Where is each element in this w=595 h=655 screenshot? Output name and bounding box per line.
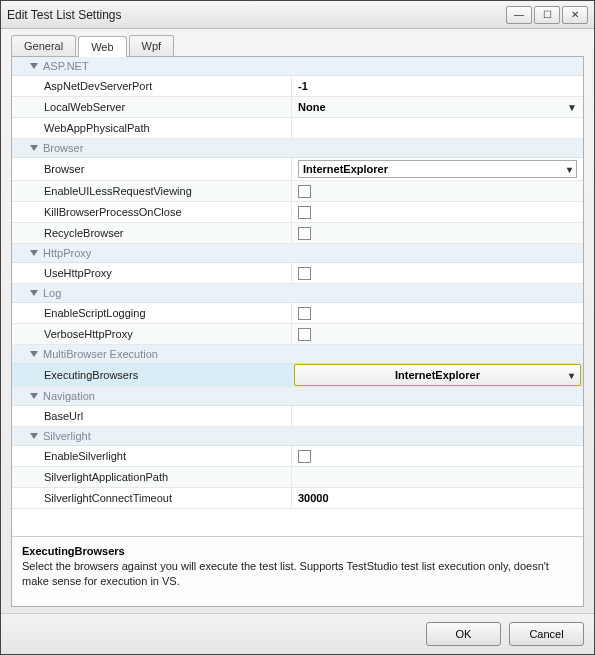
prop-silverlightapplicationpath[interactable]: SilverlightApplicationPath xyxy=(12,467,583,488)
expander-icon xyxy=(30,250,38,256)
chevron-down-icon: ▾ xyxy=(567,164,572,175)
dropdown-text: InternetExplorer xyxy=(395,369,480,381)
prop-webappphysicalpath[interactable]: WebAppPhysicalPath xyxy=(12,118,583,139)
group-label: MultiBrowser Execution xyxy=(43,348,158,360)
expander-icon xyxy=(30,63,38,69)
prop-label: EnableScriptLogging xyxy=(12,303,292,323)
prop-label: SilverlightApplicationPath xyxy=(12,467,292,487)
cancel-button[interactable]: Cancel xyxy=(509,622,584,646)
group-label: ASP.NET xyxy=(43,60,89,72)
prop-value-dropdown[interactable]: None ▼ xyxy=(292,97,583,117)
group-silverlight[interactable]: Silverlight xyxy=(12,427,583,446)
window-controls: — ☐ ✕ xyxy=(506,6,588,24)
prop-enableuilessrequestviewing[interactable]: EnableUILessRequestViewing xyxy=(12,181,583,202)
group-httpproxy[interactable]: HttpProxy xyxy=(12,244,583,263)
prop-browser[interactable]: Browser InternetExplorer ▾ xyxy=(12,158,583,181)
prop-value-checkbox[interactable] xyxy=(292,202,583,222)
prop-value[interactable] xyxy=(292,118,583,138)
tab-wpf[interactable]: Wpf xyxy=(129,35,175,56)
group-multibrowser[interactable]: MultiBrowser Execution xyxy=(12,345,583,364)
tab-general[interactable]: General xyxy=(11,35,76,56)
minimize-button[interactable]: — xyxy=(506,6,532,24)
prop-label: Browser xyxy=(12,158,292,180)
checkbox-icon[interactable] xyxy=(298,227,311,240)
prop-label: SilverlightConnectTimeout xyxy=(12,488,292,508)
prop-silverlightconnecttimeout[interactable]: SilverlightConnectTimeout 30000 xyxy=(12,488,583,509)
dialog-window: Edit Test List Settings — ☐ ✕ General We… xyxy=(0,0,595,655)
expander-icon xyxy=(30,393,38,399)
checkbox-icon[interactable] xyxy=(298,307,311,320)
prop-value-checkbox[interactable] xyxy=(292,263,583,283)
prop-label: EnableUILessRequestViewing xyxy=(12,181,292,201)
prop-label: AspNetDevServerPort xyxy=(12,76,292,96)
prop-value-dropdown[interactable]: InternetExplorer ▾ xyxy=(292,158,583,180)
property-grid: ASP.NET AspNetDevServerPort -1 LocalWebS… xyxy=(12,57,583,536)
prop-value-checkbox[interactable] xyxy=(292,324,583,344)
prop-value[interactable]: -1 xyxy=(292,76,583,96)
prop-value-checkbox[interactable] xyxy=(292,446,583,466)
checkbox-icon[interactable] xyxy=(298,328,311,341)
dropdown-text: InternetExplorer xyxy=(303,163,388,175)
titlebar: Edit Test List Settings — ☐ ✕ xyxy=(1,1,594,29)
prop-usehttpproxy[interactable]: UseHttpProxy xyxy=(12,263,583,284)
prop-label: KillBrowserProcessOnClose xyxy=(12,202,292,222)
prop-baseurl[interactable]: BaseUrl xyxy=(12,406,583,427)
prop-verbosehttpproxy[interactable]: VerboseHttpProxy xyxy=(12,324,583,345)
prop-aspnetdevserverport[interactable]: AspNetDevServerPort -1 xyxy=(12,76,583,97)
tab-web[interactable]: Web xyxy=(78,36,126,57)
prop-value-checkbox[interactable] xyxy=(292,181,583,201)
property-grid-frame: ASP.NET AspNetDevServerPort -1 LocalWebS… xyxy=(11,56,584,607)
group-navigation[interactable]: Navigation xyxy=(12,387,583,406)
prop-localwebserver[interactable]: LocalWebServer None ▼ xyxy=(12,97,583,118)
prop-value[interactable] xyxy=(292,467,583,487)
prop-value-checkbox[interactable] xyxy=(292,223,583,243)
prop-executingbrowsers[interactable]: ExecutingBrowsers InternetExplorer ▾ xyxy=(12,364,583,387)
chevron-down-icon: ▾ xyxy=(569,370,574,381)
prop-enablescriptlogging[interactable]: EnableScriptLogging xyxy=(12,303,583,324)
dialog-footer: OK Cancel xyxy=(1,613,594,654)
prop-label: BaseUrl xyxy=(12,406,292,426)
ok-button[interactable]: OK xyxy=(426,622,501,646)
prop-label: ExecutingBrowsers xyxy=(12,364,292,386)
group-aspnet[interactable]: ASP.NET xyxy=(12,57,583,76)
group-label: Navigation xyxy=(43,390,95,402)
checkbox-icon[interactable] xyxy=(298,450,311,463)
group-label: Browser xyxy=(43,142,83,154)
expander-icon xyxy=(30,290,38,296)
checkbox-icon[interactable] xyxy=(298,206,311,219)
group-label: Log xyxy=(43,287,61,299)
prop-value[interactable] xyxy=(292,406,583,426)
description-body: Select the browsers against you will exe… xyxy=(22,559,573,589)
chevron-down-icon: ▼ xyxy=(567,102,577,113)
prop-label: EnableSilverlight xyxy=(12,446,292,466)
description-title: ExecutingBrowsers xyxy=(22,545,573,557)
close-button[interactable]: ✕ xyxy=(562,6,588,24)
group-log[interactable]: Log xyxy=(12,284,583,303)
group-label: HttpProxy xyxy=(43,247,91,259)
maximize-button[interactable]: ☐ xyxy=(534,6,560,24)
checkbox-icon[interactable] xyxy=(298,185,311,198)
group-label: Silverlight xyxy=(43,430,91,442)
window-title: Edit Test List Settings xyxy=(7,8,506,22)
prop-value-dropdown[interactable]: InternetExplorer ▾ xyxy=(292,364,583,386)
dropdown-text: None xyxy=(298,101,326,113)
prop-enablesilverlight[interactable]: EnableSilverlight xyxy=(12,446,583,467)
prop-label: WebAppPhysicalPath xyxy=(12,118,292,138)
group-browser[interactable]: Browser xyxy=(12,139,583,158)
description-panel: ExecutingBrowsers Select the browsers ag… xyxy=(12,536,583,606)
prop-label: UseHttpProxy xyxy=(12,263,292,283)
prop-label: RecycleBrowser xyxy=(12,223,292,243)
prop-recyclebrowser[interactable]: RecycleBrowser xyxy=(12,223,583,244)
tab-strip: General Web Wpf xyxy=(1,29,594,56)
expander-icon xyxy=(30,145,38,151)
executingbrowsers-dropdown[interactable]: InternetExplorer ▾ xyxy=(294,364,581,386)
prop-label: LocalWebServer xyxy=(12,97,292,117)
expander-icon xyxy=(30,351,38,357)
checkbox-icon[interactable] xyxy=(298,267,311,280)
prop-label: VerboseHttpProxy xyxy=(12,324,292,344)
prop-killbrowserprocessonclose[interactable]: KillBrowserProcessOnClose xyxy=(12,202,583,223)
expander-icon xyxy=(30,433,38,439)
prop-value-checkbox[interactable] xyxy=(292,303,583,323)
prop-value[interactable]: 30000 xyxy=(292,488,583,508)
